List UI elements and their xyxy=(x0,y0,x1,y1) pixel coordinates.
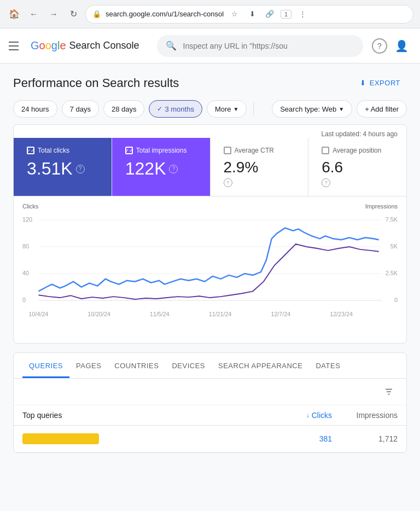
tabs-card: QUERIES PAGES COUNTRIES DEVICES SEARCH A… xyxy=(13,352,407,453)
logo-sc-text: Search Console xyxy=(69,40,139,51)
reload-icon[interactable]: ↻ xyxy=(66,7,81,22)
svg-text:120: 120 xyxy=(22,216,32,223)
last-updated: Last updated: 4 hours ago xyxy=(14,125,406,138)
extension-icon[interactable]: 1 xyxy=(281,10,291,19)
search-icon: 🔍 xyxy=(166,40,177,51)
metric-position-header: Average position xyxy=(322,147,393,154)
position-checkbox[interactable] xyxy=(322,147,329,154)
sort-arrow-icon: ↓ xyxy=(306,411,310,419)
filter-28days[interactable]: 28 days xyxy=(103,100,145,118)
table-row: 381 1,712 xyxy=(14,426,406,452)
svg-text:40: 40 xyxy=(22,270,29,276)
filter-3months-label: 3 months xyxy=(165,105,194,113)
share-icon[interactable]: 🔗 xyxy=(263,8,276,21)
svg-text:5K: 5K xyxy=(390,243,398,249)
ctr-info-icon[interactable]: ? xyxy=(224,178,232,187)
filter-24hours[interactable]: 24 hours xyxy=(13,100,57,118)
filter-3months[interactable]: ✓ 3 months xyxy=(149,100,202,118)
ctr-label: Average CTR xyxy=(235,147,274,154)
query-redacted xyxy=(22,433,99,444)
impressions-info-icon[interactable]: ? xyxy=(169,165,178,173)
tab-search-appearance[interactable]: SEARCH APPEARANCE xyxy=(212,353,309,378)
search-type-chevron: ▼ xyxy=(339,106,344,112)
address-bar[interactable]: 🔒 search.google.com/u/1/search-consol ☆ … xyxy=(85,5,413,24)
download-icon[interactable]: ⬇ xyxy=(246,8,259,21)
clicks-info-icon[interactable]: ? xyxy=(76,165,85,173)
account-icon[interactable]: 👤 xyxy=(392,36,411,56)
add-filter-label: + Add filter xyxy=(365,105,399,113)
page-header: Performance on Search results ⬇ EXPORT xyxy=(13,74,407,91)
browser-nav: 🏠 ← → ↻ xyxy=(7,7,81,22)
svg-text:7.5K: 7.5K xyxy=(386,216,398,223)
col-header-impressions: Impressions xyxy=(332,411,398,420)
position-value: 6.6 xyxy=(322,159,393,176)
bookmark-icon[interactable]: ☆ xyxy=(228,8,241,21)
svg-text:12/23/24: 12/23/24 xyxy=(330,311,353,317)
url-text: search.google.com/u/1/search-consol xyxy=(106,10,224,18)
metric-average-ctr[interactable]: Average CTR 2.9% ? xyxy=(211,138,309,196)
ctr-checkbox[interactable] xyxy=(224,147,231,154)
impressions-checkbox[interactable]: ✓ xyxy=(125,147,133,154)
help-icon[interactable]: ? xyxy=(372,38,387,54)
position-info-icon[interactable]: ? xyxy=(322,178,330,187)
svg-text:0: 0 xyxy=(22,297,26,303)
col-header-clicks[interactable]: ↓ Clicks xyxy=(266,411,332,420)
impressions-label: Total impressions xyxy=(136,147,187,154)
impressions-axis-label: Impressions xyxy=(365,203,398,210)
svg-text:10/20/24: 10/20/24 xyxy=(88,311,110,317)
ctr-value: 2.9% xyxy=(224,159,295,176)
filter-divider xyxy=(253,102,254,115)
export-button[interactable]: ⬇ EXPORT xyxy=(353,74,407,91)
clicks-checkbox[interactable]: ✓ xyxy=(27,147,34,154)
svg-text:2.5K: 2.5K xyxy=(386,270,398,276)
svg-text:80: 80 xyxy=(22,243,29,249)
chevron-down-icon: ▼ xyxy=(234,106,239,112)
search-type-label: Search type: Web xyxy=(280,105,336,113)
url-search-input[interactable] xyxy=(183,42,354,50)
check-icon: ✓ xyxy=(157,105,162,113)
menu-dots-icon[interactable]: ⋮ xyxy=(296,8,309,21)
svg-text:11/5/24: 11/5/24 xyxy=(150,311,170,317)
address-bar-icons: ☆ ⬇ 🔗 1 ⋮ xyxy=(228,8,309,21)
url-search-bar[interactable]: 🔍 xyxy=(157,35,363,57)
export-icon: ⬇ xyxy=(360,79,366,87)
position-label: Average position xyxy=(332,147,381,154)
filter-bar: 24 hours 7 days 28 days ✓ 3 months More … xyxy=(13,100,407,118)
security-icon: 🔒 xyxy=(92,10,101,18)
chart-card: Last updated: 4 hours ago ✓ Total clicks… xyxy=(13,124,407,344)
clicks-axis-label: Clicks xyxy=(22,203,38,210)
metric-clicks-header: ✓ Total clicks xyxy=(27,147,98,154)
forward-icon[interactable]: → xyxy=(46,7,61,22)
svg-text:10/4/24: 10/4/24 xyxy=(28,311,48,317)
tab-dates[interactable]: DATES xyxy=(309,353,347,378)
filter-7days[interactable]: 7 days xyxy=(62,100,99,118)
browser-chrome: 🏠 ← → ↻ 🔒 search.google.com/u/1/search-c… xyxy=(0,0,420,28)
tab-pages[interactable]: PAGES xyxy=(69,353,108,378)
header-right: ? 👤 xyxy=(372,36,411,56)
table-filter-icon[interactable] xyxy=(380,383,398,400)
page-content: Performance on Search results ⬇ EXPORT 2… xyxy=(0,63,420,464)
hamburger-menu[interactable] xyxy=(9,39,22,53)
col-header-query: Top queries xyxy=(22,411,266,420)
svg-text:12/7/24: 12/7/24 xyxy=(271,311,290,317)
back-icon[interactable]: ← xyxy=(26,7,42,22)
search-type-button[interactable]: Search type: Web ▼ xyxy=(272,100,352,118)
svg-text:0: 0 xyxy=(394,297,398,303)
table-header: Top queries ↓ Clicks Impressions xyxy=(14,405,406,426)
performance-chart: 120 80 40 0 7.5K 5K 2.5K 0 10/4/ xyxy=(22,211,398,336)
home-icon[interactable]: 🏠 xyxy=(7,7,22,22)
clicks-header-label: Clicks xyxy=(312,411,332,420)
tab-countries[interactable]: COUNTRIES xyxy=(108,353,165,378)
metric-total-impressions[interactable]: ✓ Total impressions 122K ? xyxy=(112,138,211,196)
clicks-cell: 381 xyxy=(266,434,332,443)
logo: Google Search Console xyxy=(31,39,139,52)
metric-average-position[interactable]: Average position 6.6 ? xyxy=(308,138,406,196)
metric-total-clicks[interactable]: ✓ Total clicks 3.51K ? xyxy=(14,138,112,196)
tab-devices[interactable]: DEVICES xyxy=(165,353,212,378)
filter-more[interactable]: More ▼ xyxy=(207,100,247,118)
filter-more-label: More xyxy=(215,105,231,113)
table-filter-row xyxy=(14,379,406,405)
add-filter-button[interactable]: + Add filter xyxy=(357,100,407,118)
page-title: Performance on Search results xyxy=(13,76,179,90)
tab-queries[interactable]: QUERIES xyxy=(22,353,69,378)
